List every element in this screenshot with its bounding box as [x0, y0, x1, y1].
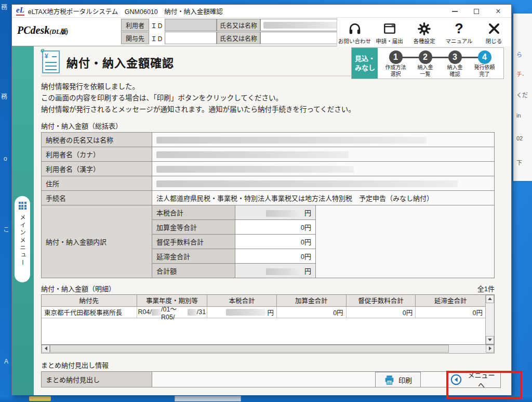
- estimate-badge: 見込・ みなし: [352, 48, 378, 79]
- scroll-right-button[interactable]: [486, 345, 494, 353]
- desktop-fragment: 務: [1, 92, 7, 100]
- field-label: 手続名: [42, 190, 152, 205]
- table-row: 利用者名（カナ）: [42, 147, 495, 161]
- column-header: 督促手数料合計: [347, 295, 416, 306]
- left-sidebar: メインメニュー: [12, 46, 34, 395]
- field-value: [152, 132, 495, 147]
- settings-label: 各種設定: [414, 37, 435, 45]
- procedure-value: 法人都道府県民税・事業税・特別法人事業税又は地方法人特別税 予定申告（みなし納付…: [152, 190, 495, 205]
- manual-button[interactable]: ? マニュアル: [442, 18, 476, 46]
- close-app-button[interactable]: 閉じる: [476, 18, 511, 46]
- column-header: 延滞金合計: [416, 295, 485, 306]
- gear-icon: [417, 21, 431, 36]
- main-menu-button[interactable]: メインメニュー: [15, 196, 30, 282]
- main-area: メインメニュー e ¥ 納付・納入金額確認 見込・ みなし: [12, 46, 511, 395]
- step-4-circle: 4: [478, 50, 491, 64]
- maximize-icon: [474, 9, 479, 14]
- table-row: 住所: [42, 176, 495, 190]
- contact-button[interactable]: お問い合わせ: [337, 18, 372, 46]
- redacted-value: [156, 180, 458, 187]
- application-report-button[interactable]: 申請・届出: [372, 18, 407, 46]
- field-label: 延滞金合計: [152, 249, 235, 263]
- doc-line: [45, 62, 57, 63]
- redacted-value: [156, 137, 427, 144]
- print-button[interactable]: 印刷: [375, 372, 421, 387]
- breakdown-cell: 本税合計 円 加算金等合計 0円 督促手数料合計 0円: [152, 205, 495, 278]
- scrollbar-thumb[interactable]: [50, 345, 449, 353]
- vertical-scrollbar[interactable]: [485, 295, 494, 344]
- eltax-mark: e: [41, 46, 44, 54]
- step-2-circle: 2: [419, 50, 432, 64]
- column-header: 加算金合計: [277, 295, 347, 306]
- field-label: 利用者名（カナ）: [42, 147, 152, 161]
- taskbar-folder-icon[interactable]: [29, 396, 51, 401]
- background-text-fragment: ら: [516, 50, 522, 58]
- summary-table: 納税者の氏名又は名称 利用者名（カナ） 利用者名（漢字） 住所 手続名: [41, 132, 495, 278]
- field-value: 円: [235, 205, 316, 219]
- field-label: 本税合計: [152, 205, 235, 219]
- page-title: 納付・納入金額確認: [66, 54, 174, 70]
- minimize-icon: [452, 11, 458, 12]
- close-x-icon: [487, 21, 501, 36]
- scroll-left-button[interactable]: [42, 345, 50, 353]
- client-id-label: ＩＤ: [149, 32, 165, 44]
- background-window-edge: ら チ- くだ in 02 下: [513, 14, 532, 181]
- pcdesk-logo-main: PCdesk: [17, 24, 49, 36]
- main-menu-label: メインメニュー: [18, 214, 26, 267]
- field-label: 加算金等合計: [152, 219, 235, 234]
- pcdesk-logo: PCdesk(DL版): [17, 24, 68, 36]
- period-cell: R04//01～R05//31: [137, 307, 208, 318]
- badge-line2: みなし: [355, 63, 378, 73]
- menu-button[interactable]: メニューへ: [447, 371, 501, 388]
- column-header: 納付先: [42, 295, 137, 306]
- client-row: 関与先 ＩＤ 氏名又は名称: [121, 32, 359, 44]
- window-titlebar: eL eLTAX地方税ポータルシステム GNM06010 納付・納入金額確認 ×: [12, 5, 511, 18]
- table-row: まとめ納付見出し: [42, 371, 495, 387]
- step-2-payment-list: 2 納入金一覧: [410, 49, 440, 77]
- detail-data-row[interactable]: 東京都千代田都税事務所長 R04//01～R05//31 円 0円 0円 0円: [42, 307, 485, 318]
- background-text-fragment: 02: [516, 135, 523, 141]
- table-row: 延滞金合計 0円: [152, 249, 316, 263]
- step-4-issue-complete: 4 発行依頼完了: [470, 49, 499, 77]
- close-window-button[interactable]: ×: [487, 5, 509, 18]
- toolbar-actions: お問い合わせ 申請・届出 各種設定 ? マニュアル: [337, 18, 511, 46]
- message-line: 納付情報発行を依頼しました。: [41, 81, 504, 93]
- redacted-value: [266, 210, 302, 217]
- step-1-create-method: 1 作成方法選択: [381, 49, 410, 77]
- redacted-value: [263, 22, 341, 29]
- client-role-label: 関与先: [121, 32, 149, 44]
- taskbar-item[interactable]: [175, 396, 241, 401]
- step-2-label: 納入金一覧: [410, 64, 440, 77]
- breakdown-table: 本税合計 円 加算金等合計 0円 督促手数料合計 0円: [152, 205, 316, 278]
- minimize-button[interactable]: [444, 5, 466, 18]
- scroll-up-button[interactable]: [486, 295, 494, 303]
- taskbar: [0, 395, 532, 402]
- table-row: 本税合計 円: [152, 205, 316, 219]
- table-row: 手続名 法人都道府県民税・事業税・特別法人事業税又は地方法人特別税 予定申告（み…: [42, 190, 495, 205]
- background-text-fragment: 下: [516, 158, 522, 166]
- detail-section-header: 納付・納入金額（明細） 全1件: [41, 283, 495, 293]
- maximize-button[interactable]: [466, 5, 487, 18]
- settings-button[interactable]: 各種設定: [407, 18, 442, 46]
- content-area: e ¥ 納付・納入金額確認 見込・ みなし 1: [34, 46, 511, 395]
- user-id-label: ＩＤ: [149, 19, 165, 31]
- back-circle-icon: [450, 374, 462, 385]
- table-row: 納税者の氏名又は名称: [42, 132, 495, 147]
- detail-table: 納付先 事業年度・期別等 本税合計 加算金合計 督促手数料合計 延滞金合計 東京…: [41, 294, 495, 345]
- table-row: 加算金等合計 0円: [152, 219, 316, 234]
- background-text-fragment: in: [516, 112, 521, 119]
- field-value: 0円: [235, 219, 316, 234]
- user-role-label: 利用者: [121, 19, 149, 31]
- client-name-label: 氏名又は名称: [217, 32, 260, 44]
- yen-glyph: ¥: [45, 53, 48, 60]
- client-id-field[interactable]: [165, 32, 217, 44]
- horizontal-scrollbar[interactable]: [41, 345, 495, 354]
- scroll-down-button[interactable]: [486, 336, 494, 344]
- manual-label: マニュアル: [445, 37, 472, 45]
- desktop-fragment: こ: [3, 225, 9, 234]
- user-id-field[interactable]: [165, 19, 217, 31]
- record-count: 全1件: [477, 283, 495, 293]
- message-line: この画面の内容を印刷する場合は、「印刷」ボタンをクリックしてください。: [41, 93, 504, 104]
- window-title: eLTAX地方税ポータルシステム GNM06010 納付・納入金額確認: [28, 6, 223, 16]
- message-line: 納付情報が発行されるとメッセージが通知されます。通知が届いたら納付手続きを行って…: [41, 104, 504, 115]
